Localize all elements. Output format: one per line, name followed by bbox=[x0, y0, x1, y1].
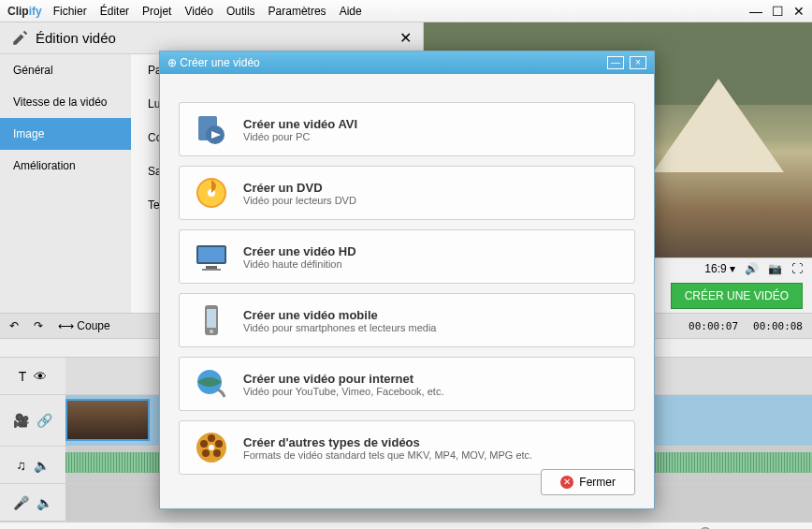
svg-point-15 bbox=[208, 434, 215, 442]
web-icon bbox=[193, 365, 230, 403]
window-close-icon[interactable]: ✕ bbox=[793, 4, 805, 19]
statusbar: Durée du projet : 00:00:08 Nombre de cli… bbox=[0, 522, 812, 529]
export-option-web[interactable]: Créer une vidéo pour internetVidéo pour … bbox=[179, 357, 635, 411]
option-title: Créer une vidéo mobile bbox=[243, 308, 436, 322]
export-option-dvd[interactable]: Créer un DVDVidéo pour lecteurs DVD bbox=[179, 166, 635, 220]
option-title: Créer une vidéo AVI bbox=[243, 117, 357, 131]
svg-rect-7 bbox=[198, 247, 225, 262]
create-video-dialog: ⊕ Créer une vidéo — × Créer une vidéo AV… bbox=[159, 51, 655, 509]
timecode-right: 00:00:08 bbox=[753, 320, 803, 332]
option-title: Créer une vidéo pour internet bbox=[243, 372, 443, 386]
option-desc: Vidéo pour lecteurs DVD bbox=[243, 195, 356, 206]
create-video-button[interactable]: CRÉER UNE VIDÉO bbox=[671, 283, 803, 309]
menu-fichier[interactable]: Fichier bbox=[53, 5, 87, 18]
preview-content bbox=[653, 79, 784, 172]
option-title: Créer un DVD bbox=[243, 181, 356, 195]
export-option-mobile[interactable]: Créer une vidéo mobileVidéo pour smartph… bbox=[179, 293, 635, 347]
dvd-icon bbox=[193, 174, 230, 212]
volume-icon[interactable]: 🔊 bbox=[745, 262, 759, 275]
svg-point-20 bbox=[209, 445, 214, 450]
tab-general[interactable]: Général bbox=[0, 54, 131, 86]
menubar: Clipify Fichier Éditer Projet Vidéo Outi… bbox=[0, 0, 812, 22]
dialog-title: Créer une vidéo bbox=[180, 56, 607, 69]
option-desc: Vidéo pour smartphones et lecteurs media bbox=[243, 322, 436, 333]
svg-point-17 bbox=[213, 449, 221, 457]
hd-icon bbox=[193, 238, 230, 275]
svg-rect-8 bbox=[206, 266, 217, 269]
aspect-ratio-label[interactable]: 16:9 ▾ bbox=[704, 262, 735, 275]
fullscreen-icon[interactable]: ⛶ bbox=[791, 262, 803, 275]
close-label: Fermer bbox=[579, 476, 616, 489]
video-track-icon[interactable]: 🎥 bbox=[13, 413, 29, 428]
export-option-hd[interactable]: Créer une vidéo HDVidéo haute définition bbox=[179, 229, 635, 284]
menu-video[interactable]: Vidéo bbox=[184, 5, 212, 18]
window-maximize-icon[interactable]: ☐ bbox=[772, 4, 784, 19]
mobile-icon bbox=[193, 301, 230, 339]
snapshot-icon[interactable]: 📷 bbox=[768, 262, 782, 275]
dialog-close-icon[interactable]: × bbox=[630, 56, 646, 69]
menu-aide[interactable]: Aide bbox=[340, 5, 362, 18]
option-title: Créer une vidéo HD bbox=[243, 244, 356, 258]
export-option-reel[interactable]: Créer d'autres types de vidéosFormats de… bbox=[179, 420, 635, 475]
edit-side-tabs: Général Vitesse de la vidéo Image Amélio… bbox=[0, 54, 131, 313]
tab-vitesse[interactable]: Vitesse de la vidéo bbox=[0, 86, 131, 118]
option-desc: Vidéo haute définition bbox=[243, 258, 356, 270]
tab-amelioration[interactable]: Amélioration bbox=[0, 150, 131, 182]
export-option-avi[interactable]: Créer une vidéo AVIVidéo pour PC bbox=[179, 102, 635, 156]
menu-editer[interactable]: Éditer bbox=[100, 5, 129, 18]
svg-point-18 bbox=[202, 449, 210, 457]
visibility-icon[interactable]: 👁 bbox=[34, 369, 47, 384]
option-desc: Vidéo pour YouTube, Vimeo, Facebook, etc… bbox=[243, 386, 443, 397]
app-logo: Clipify bbox=[7, 5, 42, 18]
svg-rect-9 bbox=[202, 269, 221, 271]
dialog-titlebar[interactable]: ⊕ Créer une vidéo — × bbox=[160, 51, 654, 74]
video-clip[interactable] bbox=[65, 399, 150, 441]
svg-point-12 bbox=[210, 330, 213, 333]
cut-tool[interactable]: ⟷ Coupe bbox=[58, 319, 110, 332]
dialog-close-button[interactable]: ✕ Fermer bbox=[541, 469, 635, 495]
menu-outils[interactable]: Outils bbox=[226, 5, 255, 18]
tab-image[interactable]: Image bbox=[0, 118, 131, 150]
avi-icon bbox=[193, 110, 230, 148]
dialog-icon: ⊕ bbox=[167, 56, 177, 69]
svg-rect-11 bbox=[207, 309, 216, 328]
svg-point-19 bbox=[200, 440, 208, 448]
link-icon[interactable]: 🔗 bbox=[36, 413, 52, 428]
redo-icon[interactable]: ↷ bbox=[34, 319, 43, 332]
mic-track-icon[interactable]: 🎤 bbox=[13, 495, 29, 510]
text-track-icon[interactable]: T bbox=[19, 369, 27, 384]
menu-parametres[interactable]: Paramètres bbox=[268, 5, 326, 18]
option-title: Créer d'autres types de vidéos bbox=[243, 435, 532, 449]
music-track-icon[interactable]: ♫ bbox=[16, 458, 26, 473]
close-circle-icon: ✕ bbox=[560, 476, 573, 489]
edit-panel-close-icon[interactable]: ✕ bbox=[399, 29, 412, 47]
window-minimize-icon[interactable]: — bbox=[749, 4, 762, 19]
menu-projet[interactable]: Projet bbox=[142, 5, 171, 18]
dialog-minimize-icon[interactable]: — bbox=[607, 56, 624, 69]
reel-icon bbox=[193, 429, 230, 466]
edit-icon bbox=[11, 30, 28, 47]
edit-panel-title: Édition vidéo bbox=[36, 30, 399, 46]
option-desc: Vidéo pour PC bbox=[243, 131, 357, 142]
undo-icon[interactable]: ↶ bbox=[9, 319, 19, 332]
option-desc: Formats de vidéo standard tels que MKV, … bbox=[243, 449, 532, 461]
svg-point-16 bbox=[215, 440, 223, 448]
mute-icon[interactable]: 🔈 bbox=[34, 458, 50, 473]
mute-icon[interactable]: 🔈 bbox=[36, 495, 52, 510]
timecode-left: 00:00:07 bbox=[689, 320, 738, 332]
